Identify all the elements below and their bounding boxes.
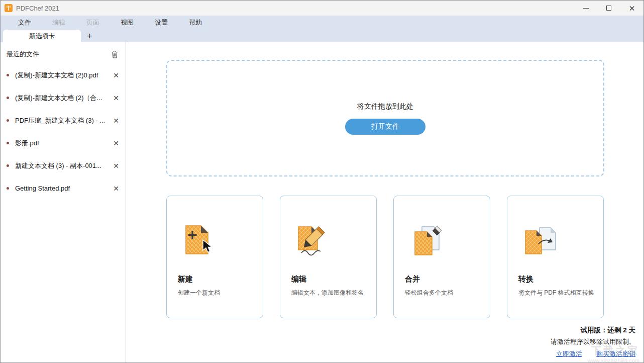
menu-help[interactable]: 帮助 [178, 16, 212, 29]
clear-recent-trash-icon[interactable] [111, 50, 119, 58]
file-bullet-icon [7, 142, 9, 144]
convert-document-icon [518, 213, 595, 267]
list-item[interactable]: PDF压缩_新建文本文档 (3) - ... ✕ [1, 109, 126, 132]
card-description: 将文件与 PDF 格式相互转换 [518, 289, 595, 297]
open-file-button[interactable]: 打开文件 [345, 119, 425, 135]
recent-file-name[interactable]: Getting Started.pdf [15, 185, 109, 192]
card-title: 新建 [178, 275, 255, 284]
recent-file-name[interactable]: 影册.pdf [15, 139, 109, 148]
card-title: 编辑 [291, 275, 368, 284]
edit-document-icon [291, 213, 368, 267]
list-item[interactable]: (复制)-新建文本文档 (2)（合... ✕ [1, 86, 126, 109]
menu-page: 页面 [76, 16, 110, 29]
file-drop-zone[interactable]: 将文件拖放到此处 打开文件 [166, 60, 604, 176]
recent-files-title: 最近的文件 [7, 50, 39, 59]
remove-file-icon[interactable]: ✕ [109, 139, 119, 147]
card-title: 合并 [405, 275, 482, 284]
menu-settings[interactable]: 设置 [144, 16, 178, 29]
recent-file-name[interactable]: 新建文本文档 (3) - 副本-001... [15, 161, 109, 170]
remove-file-icon[interactable]: ✕ [109, 117, 119, 125]
menu-view[interactable]: 视图 [110, 16, 144, 29]
card-title: 转换 [518, 275, 595, 284]
remove-file-icon[interactable]: ✕ [109, 185, 119, 193]
action-cards: 新建 创建一个新文档 [166, 196, 604, 318]
card-description: 编辑文本，添加图像和签名 [291, 289, 368, 297]
menu-edit: 编辑 [42, 16, 76, 29]
file-bullet-icon [7, 74, 9, 76]
remove-file-icon[interactable]: ✕ [109, 71, 119, 79]
drop-zone-label: 将文件拖放到此处 [357, 102, 413, 111]
tab-strip: 新选项卡 + [1, 29, 643, 42]
recent-file-name[interactable]: (复制)-新建文本文档 (2)0.pdf [15, 71, 109, 80]
trial-links: 立即激活 购买激活密钥 [551, 349, 635, 358]
maximize-button[interactable] [597, 1, 620, 16]
card-description: 轻松组合多个文档 [405, 289, 482, 297]
buy-key-link[interactable]: 购买激活密钥 [596, 349, 635, 358]
minimize-button[interactable] [574, 1, 597, 16]
list-item[interactable]: 影册.pdf ✕ [1, 132, 126, 154]
trial-notice: 试用版：还剩 2 天 请激活程序以移除试用限制。 立即激活 购买激活密钥 [551, 326, 635, 358]
new-document-icon [178, 213, 255, 267]
add-tab-button[interactable]: + [81, 30, 98, 42]
window-title: PDFChef 2021 [16, 5, 574, 12]
list-item[interactable]: (复制)-新建文本文档 (2)0.pdf ✕ [1, 64, 126, 86]
file-bullet-icon [7, 187, 9, 190]
card-edit-document[interactable]: 编辑 编辑文本，添加图像和签名 [280, 196, 377, 318]
menu-bar: 文件 编辑 页面 视图 设置 帮助 [1, 16, 643, 29]
close-button[interactable]: ✕ [620, 1, 643, 16]
menu-file[interactable]: 文件 [8, 16, 42, 29]
recent-files-sidebar: 最近的文件 (复制)-新建文本文档 (2)0.pdf ✕ (复制)-新建文本文档… [1, 42, 126, 363]
content-area: 最近的文件 (复制)-新建文本文档 (2)0.pdf ✕ (复制)-新建文本文档… [1, 42, 643, 363]
trial-activate-message: 请激活程序以移除试用限制。 [551, 337, 635, 346]
title-bar: PDFChef 2021 ✕ [1, 1, 643, 16]
recent-file-name[interactable]: (复制)-新建文本文档 (2)（合... [15, 94, 109, 103]
trial-days-remaining: 试用版：还剩 2 天 [551, 326, 635, 335]
card-merge-documents[interactable]: 合并 轻松组合多个文档 [393, 196, 490, 318]
main-panel: 将文件拖放到此处 打开文件 [126, 42, 643, 363]
recent-file-name[interactable]: PDF压缩_新建文本文档 (3) - ... [15, 116, 109, 125]
list-item[interactable]: Getting Started.pdf ✕ [1, 177, 126, 200]
merge-documents-icon [405, 213, 482, 267]
activate-now-link[interactable]: 立即激活 [556, 349, 582, 358]
recent-files-header: 最近的文件 [1, 42, 126, 64]
card-new-document[interactable]: 新建 创建一个新文档 [166, 196, 263, 318]
file-bullet-icon [7, 97, 9, 99]
remove-file-icon[interactable]: ✕ [109, 94, 119, 102]
card-description: 创建一个新文档 [178, 289, 255, 297]
list-item[interactable]: 新建文本文档 (3) - 副本-001... ✕ [1, 154, 126, 177]
tab-new-tab[interactable]: 新选项卡 [3, 30, 81, 42]
file-bullet-icon [7, 164, 9, 167]
remove-file-icon[interactable]: ✕ [109, 162, 119, 170]
card-convert-document[interactable]: 转换 将文件与 PDF 格式相互转换 [507, 196, 604, 318]
file-bullet-icon [7, 119, 9, 122]
app-logo-icon [5, 4, 13, 12]
